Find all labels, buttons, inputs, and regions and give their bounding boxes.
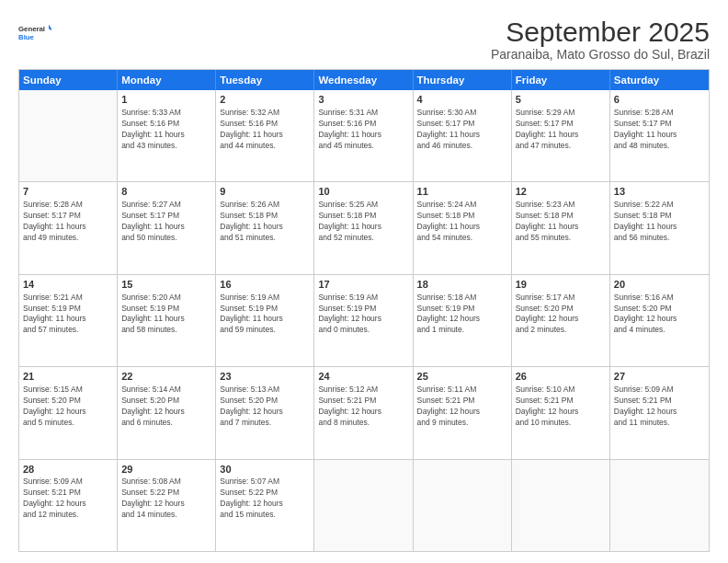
calendar: SundayMondayTuesdayWednesdayThursdayFrid… (18, 69, 710, 552)
day-number: 3 (318, 93, 408, 107)
cal-cell-3-2: 23Sunrise: 5:13 AM Sunset: 5:20 PM Dayli… (216, 367, 314, 458)
week-row-2: 14Sunrise: 5:21 AM Sunset: 5:19 PM Dayli… (19, 274, 709, 366)
cal-cell-1-6: 13Sunrise: 5:22 AM Sunset: 5:18 PM Dayli… (610, 182, 709, 273)
day-number: 11 (417, 185, 507, 199)
cal-cell-2-6: 20Sunrise: 5:16 AM Sunset: 5:20 PM Dayli… (610, 275, 709, 366)
cell-info: Sunrise: 5:33 AM Sunset: 5:16 PM Dayligh… (121, 108, 211, 152)
page: General Blue September 2025 Paranaiba, M… (0, 0, 728, 563)
day-number: 10 (318, 185, 408, 199)
day-number: 9 (220, 185, 310, 199)
title-block: September 2025 Paranaiba, Mato Grosso do… (491, 17, 710, 62)
week-row-0: 1Sunrise: 5:33 AM Sunset: 5:16 PM Daylig… (19, 90, 709, 181)
day-number: 16 (220, 278, 310, 292)
cal-cell-3-4: 25Sunrise: 5:11 AM Sunset: 5:21 PM Dayli… (414, 367, 512, 458)
cal-cell-2-2: 16Sunrise: 5:19 AM Sunset: 5:19 PM Dayli… (216, 275, 314, 366)
cal-cell-2-4: 18Sunrise: 5:18 AM Sunset: 5:19 PM Dayli… (414, 275, 512, 366)
svg-text:Blue: Blue (18, 33, 35, 41)
cell-info: Sunrise: 5:21 AM Sunset: 5:19 PM Dayligh… (23, 293, 113, 337)
header-day-6: Saturday (610, 70, 709, 90)
cal-cell-0-2: 2Sunrise: 5:32 AM Sunset: 5:16 PM Daylig… (216, 90, 314, 181)
cal-cell-0-3: 3Sunrise: 5:31 AM Sunset: 5:16 PM Daylig… (314, 90, 413, 181)
day-number: 21 (23, 370, 113, 384)
cell-info: Sunrise: 5:09 AM Sunset: 5:21 PM Dayligh… (614, 385, 705, 429)
week-row-3: 21Sunrise: 5:15 AM Sunset: 5:20 PM Dayli… (19, 366, 709, 458)
day-number: 24 (318, 370, 408, 384)
header-day-4: Thursday (414, 70, 512, 90)
cell-info: Sunrise: 5:30 AM Sunset: 5:17 PM Dayligh… (417, 108, 507, 152)
cal-cell-4-2: 30Sunrise: 5:07 AM Sunset: 5:22 PM Dayli… (216, 460, 314, 551)
cell-info: Sunrise: 5:14 AM Sunset: 5:20 PM Dayligh… (121, 385, 211, 429)
cal-cell-1-3: 10Sunrise: 5:25 AM Sunset: 5:18 PM Dayli… (314, 182, 413, 273)
cell-info: Sunrise: 5:29 AM Sunset: 5:17 PM Dayligh… (516, 108, 606, 152)
day-number: 20 (614, 278, 705, 292)
cal-cell-0-4: 4Sunrise: 5:30 AM Sunset: 5:17 PM Daylig… (414, 90, 512, 181)
cal-cell-4-0: 28Sunrise: 5:09 AM Sunset: 5:21 PM Dayli… (19, 460, 118, 551)
header-day-2: Tuesday (216, 70, 314, 90)
cal-cell-2-5: 19Sunrise: 5:17 AM Sunset: 5:20 PM Dayli… (512, 275, 610, 366)
day-number: 25 (417, 370, 507, 384)
day-number: 12 (516, 185, 606, 199)
day-number: 5 (516, 93, 606, 107)
cell-info: Sunrise: 5:20 AM Sunset: 5:19 PM Dayligh… (121, 293, 211, 337)
cal-cell-1-2: 9Sunrise: 5:26 AM Sunset: 5:18 PM Daylig… (216, 182, 314, 273)
month-title: September 2025 (491, 17, 710, 47)
cal-cell-3-3: 24Sunrise: 5:12 AM Sunset: 5:21 PM Dayli… (314, 367, 413, 458)
header-day-1: Monday (118, 70, 216, 90)
cell-info: Sunrise: 5:32 AM Sunset: 5:16 PM Dayligh… (220, 108, 310, 152)
cell-info: Sunrise: 5:22 AM Sunset: 5:18 PM Dayligh… (614, 200, 705, 244)
cal-cell-0-0 (19, 90, 118, 181)
day-number: 15 (121, 278, 211, 292)
day-number: 29 (121, 463, 211, 477)
cell-info: Sunrise: 5:19 AM Sunset: 5:19 PM Dayligh… (318, 293, 408, 337)
day-number: 17 (318, 278, 408, 292)
calendar-header-row: SundayMondayTuesdayWednesdayThursdayFrid… (19, 70, 709, 90)
day-number: 19 (516, 278, 606, 292)
cell-info: Sunrise: 5:18 AM Sunset: 5:19 PM Dayligh… (417, 293, 507, 337)
day-number: 2 (220, 93, 310, 107)
cal-cell-2-0: 14Sunrise: 5:21 AM Sunset: 5:19 PM Dayli… (19, 275, 118, 366)
cal-cell-1-0: 7Sunrise: 5:28 AM Sunset: 5:17 PM Daylig… (19, 182, 118, 273)
cal-cell-3-0: 21Sunrise: 5:15 AM Sunset: 5:20 PM Dayli… (19, 367, 118, 458)
cell-info: Sunrise: 5:25 AM Sunset: 5:18 PM Dayligh… (318, 200, 408, 244)
location-title: Paranaiba, Mato Grosso do Sul, Brazil (491, 47, 710, 62)
cell-info: Sunrise: 5:31 AM Sunset: 5:16 PM Dayligh… (318, 108, 408, 152)
day-number: 26 (516, 370, 606, 384)
cal-cell-3-5: 26Sunrise: 5:10 AM Sunset: 5:21 PM Dayli… (512, 367, 610, 458)
cell-info: Sunrise: 5:17 AM Sunset: 5:20 PM Dayligh… (516, 293, 606, 337)
day-number: 30 (220, 463, 310, 477)
day-number: 14 (23, 278, 113, 292)
cell-info: Sunrise: 5:26 AM Sunset: 5:18 PM Dayligh… (220, 200, 310, 244)
calendar-body: 1Sunrise: 5:33 AM Sunset: 5:16 PM Daylig… (19, 90, 709, 551)
day-number: 27 (614, 370, 705, 384)
cell-info: Sunrise: 5:09 AM Sunset: 5:21 PM Dayligh… (23, 477, 113, 521)
cal-cell-1-1: 8Sunrise: 5:27 AM Sunset: 5:17 PM Daylig… (118, 182, 216, 273)
cell-info: Sunrise: 5:19 AM Sunset: 5:19 PM Dayligh… (220, 293, 310, 337)
cell-info: Sunrise: 5:24 AM Sunset: 5:18 PM Dayligh… (417, 200, 507, 244)
header-day-5: Friday (512, 70, 610, 90)
cell-info: Sunrise: 5:07 AM Sunset: 5:22 PM Dayligh… (220, 477, 310, 521)
cal-cell-2-3: 17Sunrise: 5:19 AM Sunset: 5:19 PM Dayli… (314, 275, 413, 366)
cell-info: Sunrise: 5:23 AM Sunset: 5:18 PM Dayligh… (516, 200, 606, 244)
day-number: 8 (121, 185, 211, 199)
svg-marker-2 (49, 24, 51, 30)
cal-cell-4-6 (610, 460, 709, 551)
week-row-1: 7Sunrise: 5:28 AM Sunset: 5:17 PM Daylig… (19, 181, 709, 273)
logo: General Blue (18, 17, 51, 50)
cell-info: Sunrise: 5:08 AM Sunset: 5:22 PM Dayligh… (121, 477, 211, 521)
day-number: 13 (614, 185, 705, 199)
day-number: 23 (220, 370, 310, 384)
cal-cell-4-5 (512, 460, 610, 551)
cell-info: Sunrise: 5:28 AM Sunset: 5:17 PM Dayligh… (614, 108, 705, 152)
logo-svg: General Blue (18, 17, 51, 50)
cell-info: Sunrise: 5:11 AM Sunset: 5:21 PM Dayligh… (417, 385, 507, 429)
cal-cell-3-1: 22Sunrise: 5:14 AM Sunset: 5:20 PM Dayli… (118, 367, 216, 458)
header: General Blue September 2025 Paranaiba, M… (18, 17, 710, 62)
cal-cell-1-5: 12Sunrise: 5:23 AM Sunset: 5:18 PM Dayli… (512, 182, 610, 273)
cal-cell-4-4 (414, 460, 512, 551)
cell-info: Sunrise: 5:16 AM Sunset: 5:20 PM Dayligh… (614, 293, 705, 337)
header-day-0: Sunday (19, 70, 118, 90)
day-number: 1 (121, 93, 211, 107)
svg-text:General: General (18, 25, 45, 33)
cal-cell-4-3 (314, 460, 413, 551)
cell-info: Sunrise: 5:12 AM Sunset: 5:21 PM Dayligh… (318, 385, 408, 429)
